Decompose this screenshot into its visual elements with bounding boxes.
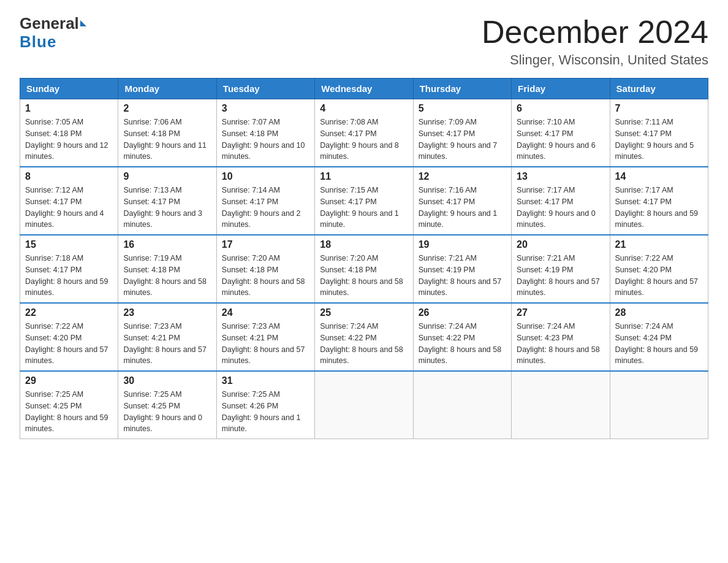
logo: General Blue (20, 15, 86, 52)
day-number: 24 (222, 307, 309, 318)
table-row: 14 Sunrise: 7:17 AM Sunset: 4:17 PM Dayl… (610, 167, 708, 235)
day-number: 3 (222, 103, 309, 114)
calendar-week-row: 29 Sunrise: 7:25 AM Sunset: 4:25 PM Dayl… (20, 371, 708, 439)
table-row: 22 Sunrise: 7:22 AM Sunset: 4:20 PM Dayl… (20, 303, 118, 371)
day-number: 30 (123, 375, 211, 386)
table-row: 29 Sunrise: 7:25 AM Sunset: 4:25 PM Dayl… (20, 371, 118, 439)
day-number: 18 (320, 239, 408, 250)
day-number: 10 (222, 171, 309, 182)
table-row: 31 Sunrise: 7:25 AM Sunset: 4:26 PM Dayl… (216, 371, 314, 439)
table-row: 18 Sunrise: 7:20 AM Sunset: 4:18 PM Dayl… (315, 235, 413, 303)
day-info: Sunrise: 7:17 AM Sunset: 4:17 PM Dayligh… (615, 185, 703, 231)
day-number: 6 (517, 103, 604, 114)
table-row: 27 Sunrise: 7:24 AM Sunset: 4:23 PM Dayl… (512, 303, 610, 371)
day-info: Sunrise: 7:16 AM Sunset: 4:17 PM Dayligh… (419, 185, 506, 231)
day-info: Sunrise: 7:20 AM Sunset: 4:18 PM Dayligh… (320, 253, 408, 299)
day-number: 27 (517, 307, 604, 318)
header-wednesday: Wednesday (315, 79, 413, 99)
table-row: 4 Sunrise: 7:08 AM Sunset: 4:17 PM Dayli… (315, 99, 413, 167)
table-row: 3 Sunrise: 7:07 AM Sunset: 4:18 PM Dayli… (216, 99, 314, 167)
day-info: Sunrise: 7:23 AM Sunset: 4:21 PM Dayligh… (222, 321, 309, 367)
header-saturday: Saturday (610, 79, 708, 99)
day-info: Sunrise: 7:12 AM Sunset: 4:17 PM Dayligh… (25, 185, 113, 231)
calendar-week-row: 8 Sunrise: 7:12 AM Sunset: 4:17 PM Dayli… (20, 167, 708, 235)
calendar-subtitle: Slinger, Wisconsin, United States (482, 52, 708, 68)
day-number: 23 (123, 307, 211, 318)
table-row: 23 Sunrise: 7:23 AM Sunset: 4:21 PM Dayl… (118, 303, 216, 371)
table-row: 19 Sunrise: 7:21 AM Sunset: 4:19 PM Dayl… (413, 235, 511, 303)
day-info: Sunrise: 7:06 AM Sunset: 4:18 PM Dayligh… (123, 117, 211, 163)
day-info: Sunrise: 7:18 AM Sunset: 4:17 PM Dayligh… (25, 253, 113, 299)
day-number: 17 (222, 239, 309, 250)
table-row: 20 Sunrise: 7:21 AM Sunset: 4:19 PM Dayl… (512, 235, 610, 303)
day-info: Sunrise: 7:21 AM Sunset: 4:19 PM Dayligh… (419, 253, 506, 299)
day-info: Sunrise: 7:24 AM Sunset: 4:22 PM Dayligh… (320, 321, 408, 367)
day-number: 31 (222, 375, 309, 386)
day-info: Sunrise: 7:11 AM Sunset: 4:17 PM Dayligh… (615, 117, 703, 163)
header-friday: Friday (512, 79, 610, 99)
calendar-header-row: Sunday Monday Tuesday Wednesday Thursday… (20, 79, 708, 99)
day-info: Sunrise: 7:24 AM Sunset: 4:23 PM Dayligh… (517, 321, 604, 367)
table-row: 2 Sunrise: 7:06 AM Sunset: 4:18 PM Dayli… (118, 99, 216, 167)
day-info: Sunrise: 7:08 AM Sunset: 4:17 PM Dayligh… (320, 117, 408, 163)
day-info: Sunrise: 7:23 AM Sunset: 4:21 PM Dayligh… (123, 321, 211, 367)
logo-general-text: General (20, 15, 79, 33)
table-row: 25 Sunrise: 7:24 AM Sunset: 4:22 PM Dayl… (315, 303, 413, 371)
table-row: 26 Sunrise: 7:24 AM Sunset: 4:22 PM Dayl… (413, 303, 511, 371)
day-number: 5 (419, 103, 506, 114)
day-info: Sunrise: 7:22 AM Sunset: 4:20 PM Dayligh… (615, 253, 703, 299)
day-info: Sunrise: 7:09 AM Sunset: 4:17 PM Dayligh… (419, 117, 506, 163)
table-row: 30 Sunrise: 7:25 AM Sunset: 4:25 PM Dayl… (118, 371, 216, 439)
header-tuesday: Tuesday (216, 79, 314, 99)
day-info: Sunrise: 7:25 AM Sunset: 4:26 PM Dayligh… (222, 389, 309, 435)
table-row: 12 Sunrise: 7:16 AM Sunset: 4:17 PM Dayl… (413, 167, 511, 235)
day-number: 16 (123, 239, 211, 250)
day-number: 1 (25, 103, 113, 114)
day-info: Sunrise: 7:20 AM Sunset: 4:18 PM Dayligh… (222, 253, 309, 299)
calendar-week-row: 22 Sunrise: 7:22 AM Sunset: 4:20 PM Dayl… (20, 303, 708, 371)
table-row: 13 Sunrise: 7:17 AM Sunset: 4:17 PM Dayl… (512, 167, 610, 235)
day-number: 19 (419, 239, 506, 250)
table-row (512, 371, 610, 439)
table-row: 15 Sunrise: 7:18 AM Sunset: 4:17 PM Dayl… (20, 235, 118, 303)
table-row: 17 Sunrise: 7:20 AM Sunset: 4:18 PM Dayl… (216, 235, 314, 303)
day-info: Sunrise: 7:24 AM Sunset: 4:22 PM Dayligh… (419, 321, 506, 367)
day-number: 29 (25, 375, 113, 386)
table-row: 1 Sunrise: 7:05 AM Sunset: 4:18 PM Dayli… (20, 99, 118, 167)
day-number: 9 (123, 171, 211, 182)
day-number: 8 (25, 171, 113, 182)
title-block: December 2024 Slinger, Wisconsin, United… (482, 15, 708, 68)
table-row: 11 Sunrise: 7:15 AM Sunset: 4:17 PM Dayl… (315, 167, 413, 235)
day-number: 7 (615, 103, 703, 114)
day-info: Sunrise: 7:19 AM Sunset: 4:18 PM Dayligh… (123, 253, 211, 299)
day-info: Sunrise: 7:14 AM Sunset: 4:17 PM Dayligh… (222, 185, 309, 231)
day-info: Sunrise: 7:17 AM Sunset: 4:17 PM Dayligh… (517, 185, 604, 231)
day-number: 12 (419, 171, 506, 182)
day-info: Sunrise: 7:24 AM Sunset: 4:24 PM Dayligh… (615, 321, 703, 367)
table-row (610, 371, 708, 439)
day-number: 25 (320, 307, 408, 318)
calendar-week-row: 15 Sunrise: 7:18 AM Sunset: 4:17 PM Dayl… (20, 235, 708, 303)
table-row: 21 Sunrise: 7:22 AM Sunset: 4:20 PM Dayl… (610, 235, 708, 303)
table-row: 8 Sunrise: 7:12 AM Sunset: 4:17 PM Dayli… (20, 167, 118, 235)
day-number: 4 (320, 103, 408, 114)
calendar-table: Sunday Monday Tuesday Wednesday Thursday… (20, 78, 708, 439)
day-info: Sunrise: 7:10 AM Sunset: 4:17 PM Dayligh… (517, 117, 604, 163)
day-number: 20 (517, 239, 604, 250)
day-number: 28 (615, 307, 703, 318)
table-row: 28 Sunrise: 7:24 AM Sunset: 4:24 PM Dayl… (610, 303, 708, 371)
calendar-title: December 2024 (482, 15, 708, 50)
day-number: 26 (419, 307, 506, 318)
day-info: Sunrise: 7:21 AM Sunset: 4:19 PM Dayligh… (517, 253, 604, 299)
day-number: 21 (615, 239, 703, 250)
day-number: 15 (25, 239, 113, 250)
logo-blue-text: Blue (20, 33, 56, 52)
calendar-week-row: 1 Sunrise: 7:05 AM Sunset: 4:18 PM Dayli… (20, 99, 708, 167)
day-number: 14 (615, 171, 703, 182)
table-row: 9 Sunrise: 7:13 AM Sunset: 4:17 PM Dayli… (118, 167, 216, 235)
day-info: Sunrise: 7:25 AM Sunset: 4:25 PM Dayligh… (25, 389, 113, 435)
table-row: 16 Sunrise: 7:19 AM Sunset: 4:18 PM Dayl… (118, 235, 216, 303)
table-row (413, 371, 511, 439)
table-row: 6 Sunrise: 7:10 AM Sunset: 4:17 PM Dayli… (512, 99, 610, 167)
day-info: Sunrise: 7:25 AM Sunset: 4:25 PM Dayligh… (123, 389, 211, 435)
